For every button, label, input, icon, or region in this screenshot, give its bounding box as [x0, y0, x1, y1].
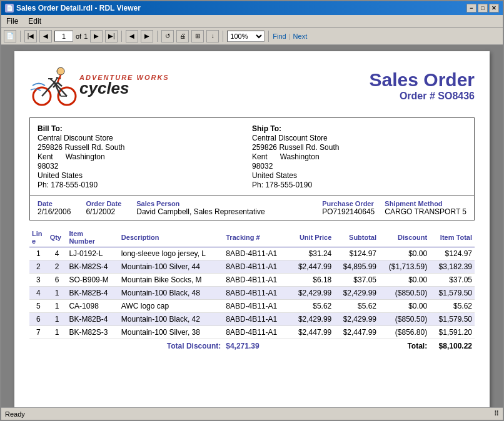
meta-date: Date 2/16/2006 [38, 200, 71, 216]
table-cell: $1,591.20 [430, 326, 475, 339]
table-cell: Mountain-100 Black, 42 [119, 313, 223, 326]
order-number: Order # SO8436 [370, 91, 475, 102]
menu-file[interactable]: File [4, 16, 21, 26]
table-cell: 1 [29, 247, 48, 260]
col-qty: Qty [48, 228, 67, 247]
toolbar-sep-5 [268, 31, 269, 42]
ship-to-phone: Ph: 178-555-0190 [252, 181, 460, 189]
table-cell: 1 [48, 326, 67, 339]
bill-to-name: Central Discount Store [38, 134, 246, 142]
table-cell: 8ABD-4B11-A1 [223, 300, 289, 313]
page-input[interactable] [54, 31, 73, 42]
report-page: ADVENTURE WORKS cycles Sales Order Order… [14, 51, 490, 407]
toolbar-back-btn[interactable]: ◀ [126, 30, 138, 42]
table-cell: ($856.80) [379, 326, 430, 339]
col-item-total: Item Total [430, 228, 475, 247]
logo-area: ADVENTURE WORKS cycles [29, 64, 169, 107]
info-section: Bill To: Central Discount Store 259826 R… [29, 117, 475, 220]
status-resize: ⠿ [494, 410, 499, 418]
toolbar-sep-1 [20, 31, 21, 42]
table-cell: Mountain-100 Black, 48 [119, 287, 223, 300]
ship-to-zip: 98032 [252, 162, 460, 171]
ship-to-name: Central Discount Store [252, 134, 460, 142]
find-link[interactable]: Find [273, 32, 286, 40]
table-cell: $2,447.99 [334, 326, 379, 339]
table-cell: 7 [29, 326, 48, 339]
toolbar-forward-btn[interactable]: ▶ [141, 30, 153, 42]
next-link[interactable]: Next [293, 32, 308, 40]
table-cell: SO-B909-M [66, 274, 118, 287]
toolbar-prev-btn[interactable]: ◀ [39, 30, 52, 42]
bill-to-section: Bill To: Central Discount Store 259826 R… [38, 124, 252, 189]
bill-to-city-state: Kent Washington [38, 152, 246, 161]
table-cell: 2 [29, 260, 48, 274]
table-cell: 8ABD-4B11-A1 [223, 287, 289, 300]
table-cell: $1,579.50 [430, 313, 475, 326]
ship-to-city-state: Kent Washington [252, 152, 460, 161]
toolbar-layout-btn[interactable]: ⊞ [191, 30, 204, 42]
order-meta: Date 2/16/2006 Order Date 6/1/2002 Sales… [30, 196, 474, 220]
table-row: 71BK-M82S-3Mountain-100 Silver, 388ABD-4… [29, 326, 475, 339]
col-description: Description [119, 228, 223, 247]
ship-to-label: Ship To: [252, 124, 281, 133]
table-cell: 6 [29, 313, 48, 326]
bill-to-address1: 259826 Russell Rd. South [38, 143, 246, 152]
table-cell: $4,895.99 [334, 260, 379, 274]
table-cell: 8ABD-4B11-A1 [223, 247, 289, 260]
table-cell: 5 [29, 300, 48, 313]
bill-to-state: Washington [66, 152, 105, 161]
table-cell: AWC logo cap [119, 300, 223, 313]
table-cell: Mountain-100 Silver, 38 [119, 326, 223, 339]
table-cell: BK-M82S-4 [66, 260, 118, 274]
maximize-button[interactable]: □ [478, 4, 488, 12]
date-value: 2/16/2006 [38, 207, 71, 216]
find-separator: | [289, 32, 291, 40]
zoom-select[interactable]: 100% 75% 150% [227, 31, 265, 42]
table-cell: $2,429.99 [334, 313, 379, 326]
ship-to-state: Washington [280, 152, 320, 161]
table-cell: 3 [29, 274, 48, 287]
table-cell: 1 [48, 313, 67, 326]
order-title: Sales Order [370, 69, 475, 91]
table-header-row: Line Qty ItemNumber Description Tracking… [29, 228, 475, 247]
table-cell: $1,579.50 [430, 287, 475, 300]
toolbar-print-btn[interactable]: 🖨 [176, 30, 189, 42]
minimize-button[interactable]: − [466, 4, 476, 12]
table-body: 14LJ-0192-Llong-sleeve logo jersey, L8AB… [29, 247, 475, 352]
toolbar-export-btn[interactable]: ↓ [206, 30, 219, 42]
toolbar-refresh-btn[interactable]: ↺ [161, 30, 174, 42]
close-button[interactable]: ✕ [489, 4, 499, 12]
table-cell: ($850.50) [379, 313, 430, 326]
table-cell: $5.62 [334, 300, 379, 313]
toolbar-next-btn[interactable]: ▶ [90, 30, 103, 42]
totals-row: Total Discount: $4,271.39 Total: $8,100.… [29, 339, 475, 352]
table-cell: $0.00 [379, 300, 430, 313]
page-total: 1 [84, 32, 88, 40]
bill-to-label: Bill To: [38, 124, 63, 133]
line-items-table: Line Qty ItemNumber Description Tracking… [29, 228, 475, 351]
menu-edit[interactable]: Edit [26, 16, 44, 26]
total-label: Total: [379, 339, 430, 352]
status-text: Ready [5, 410, 25, 418]
col-subtotal: Subtotal [334, 228, 379, 247]
date-label: Date [38, 200, 71, 207]
table-cell: $2,429.99 [290, 287, 335, 300]
table-cell: 8ABD-4B11-A1 [223, 313, 289, 326]
table-cell: $124.97 [334, 247, 379, 260]
meta-order-date: Order Date 6/1/2002 [86, 200, 121, 216]
logo-cycles-text: cycles [79, 79, 169, 98]
purchase-order-value: PO7192140645 [322, 207, 375, 216]
report-header: ADVENTURE WORKS cycles Sales Order Order… [29, 64, 475, 107]
table-cell: Mountain Bike Socks, M [119, 274, 223, 287]
table-cell: 8ABD-4B11-A1 [223, 326, 289, 339]
table-cell: $37.05 [334, 274, 379, 287]
table-cell: Mountain-100 Silver, 44 [119, 260, 223, 274]
toolbar-new-btn[interactable]: 📄 [4, 30, 16, 42]
order-date-label: Order Date [86, 200, 121, 207]
table-cell: 8ABD-4B11-A1 [223, 274, 289, 287]
purchase-order-label: Purchase Order [322, 200, 375, 207]
address-grid: Bill To: Central Discount Store 259826 R… [30, 118, 474, 196]
toolbar-last-btn[interactable]: ▶| [105, 30, 118, 42]
toolbar-first-btn[interactable]: |◀ [24, 30, 37, 42]
toolbar-sep-2 [121, 31, 122, 42]
